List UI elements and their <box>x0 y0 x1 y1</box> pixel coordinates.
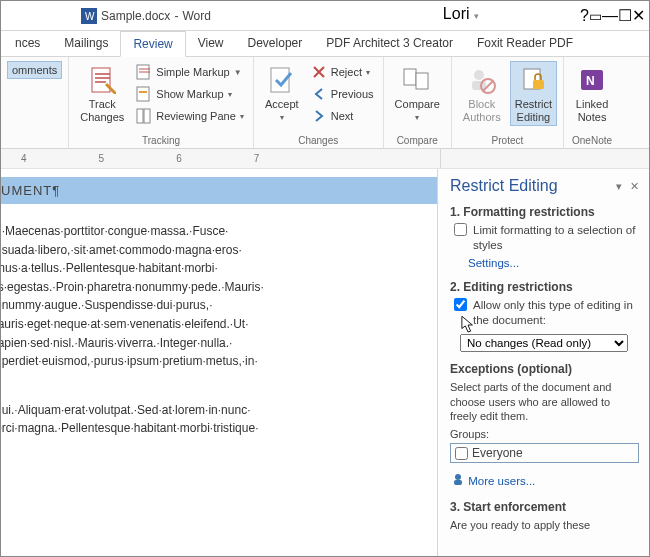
svg-rect-22 <box>454 480 462 485</box>
restrict-editing-panel: Restrict Editing ▾ ✕ 1. Formatting restr… <box>437 169 649 557</box>
restrict-editing-button[interactable]: Restrict Editing <box>510 61 557 126</box>
ribbon: omments Track Changes Simple Markup ▼ <box>1 57 649 149</box>
show-comments-button[interactable]: omments <box>7 61 62 79</box>
formatting-settings-link[interactable]: Settings... <box>468 257 519 269</box>
account-area[interactable]: Lori ▾ <box>443 5 479 23</box>
ribbon-tabs: nces Mailings Review View Developer PDF … <box>1 31 649 57</box>
document-heading: UMENT¶ <box>1 177 437 204</box>
svg-point-21 <box>455 474 461 480</box>
next-label: Next <box>331 110 354 122</box>
svg-rect-18 <box>533 80 544 89</box>
ruler-mark: 5 <box>99 153 105 164</box>
minimize-icon[interactable]: — <box>602 7 618 25</box>
reject-icon <box>311 64 327 80</box>
onenote-icon: N <box>576 64 608 96</box>
compare-button[interactable]: Compare ▾ <box>390 61 445 125</box>
tab-references[interactable]: nces <box>3 31 52 56</box>
tab-foxit[interactable]: Foxit Reader PDF <box>465 31 585 56</box>
reject-label: Reject <box>331 66 362 78</box>
ruler-mark: 7 <box>254 153 260 164</box>
limit-formatting-input[interactable] <box>454 223 467 236</box>
svg-point-13 <box>474 70 484 80</box>
previous-label: Previous <box>331 88 374 100</box>
editing-type-select[interactable]: No changes (Read only) <box>460 334 628 352</box>
groups-box[interactable]: Everyone <box>450 443 639 463</box>
next-icon <box>311 108 327 124</box>
accept-icon <box>266 64 298 96</box>
exceptions-desc: Select parts of the document and choose … <box>450 380 639 425</box>
reviewing-pane-dropdown[interactable]: Reviewing Pane ▾ <box>133 105 247 127</box>
comments-label: omments <box>12 64 57 76</box>
next-button[interactable]: Next <box>308 105 377 127</box>
title-separator: - <box>174 9 178 23</box>
svg-text:N: N <box>586 74 595 88</box>
compare-group-label: Compare <box>390 135 445 146</box>
panel-close-icon[interactable]: ✕ <box>630 180 639 193</box>
allow-editing-checkbox[interactable]: Allow only this type of editing in the d… <box>450 298 639 328</box>
track-changes-button[interactable]: Track Changes <box>75 61 129 126</box>
tab-pdfarchitect[interactable]: PDF Architect 3 Creator <box>314 31 465 56</box>
show-markup-dropdown[interactable]: Show Markup ▾ <box>133 83 247 105</box>
reviewing-pane-icon <box>136 108 152 124</box>
user-name: Lori <box>443 5 470 22</box>
changes-group-label: Changes <box>260 135 377 146</box>
maximize-icon[interactable]: ☐ <box>618 6 632 25</box>
editing-restrictions-heading: 2. Editing restrictions <box>450 280 639 294</box>
user-icon <box>452 473 465 487</box>
ruler-mark: 6 <box>176 153 182 164</box>
previous-icon <box>311 86 327 102</box>
word-icon: W <box>81 8 97 24</box>
markup-icon <box>136 64 152 80</box>
svg-rect-9 <box>144 109 150 123</box>
enforcement-prompt: Are you ready to apply these <box>450 518 639 533</box>
block-authors-label: Block Authors <box>463 98 501 123</box>
window-title: W Sample.docx - Word <box>81 8 211 24</box>
ruler[interactable]: 4 5 6 7 <box>1 149 649 169</box>
exceptions-heading: Exceptions (optional) <box>450 362 639 376</box>
panel-title: Restrict Editing <box>450 177 558 195</box>
groups-label: Groups: <box>450 428 639 440</box>
restrict-editing-icon <box>517 64 549 96</box>
limit-formatting-checkbox[interactable]: Limit formatting to a selection of style… <box>450 223 639 253</box>
previous-button[interactable]: Previous <box>308 83 377 105</box>
track-changes-icon <box>86 64 118 96</box>
svg-text:W: W <box>85 11 95 22</box>
allow-editing-input[interactable] <box>454 298 467 311</box>
accept-button[interactable]: Accept ▾ <box>260 61 304 125</box>
everyone-checkbox[interactable] <box>455 447 468 460</box>
track-changes-label: Track Changes <box>80 98 124 123</box>
document-body-2: dui.·Aliquam·erat·volutpat.·Sed·at·lorem… <box>1 401 437 438</box>
help-icon[interactable]: ? <box>580 7 589 25</box>
svg-rect-12 <box>416 73 428 89</box>
svg-rect-6 <box>137 87 149 101</box>
document-area[interactable]: UMENT¶ t.·Maecenas·porttitor·congue·mass… <box>1 169 437 557</box>
reject-button[interactable]: Reject ▾ <box>308 61 377 83</box>
svg-rect-8 <box>137 109 143 123</box>
tab-view[interactable]: View <box>186 31 236 56</box>
reviewing-pane-label: Reviewing Pane <box>156 110 236 122</box>
block-authors-button: Block Authors <box>458 61 506 126</box>
compare-label: Compare <box>395 98 440 111</box>
panel-options-icon[interactable]: ▾ <box>616 180 622 193</box>
svg-rect-11 <box>404 69 416 85</box>
ribbon-options-icon[interactable]: ▭ <box>589 8 602 24</box>
linked-notes-button[interactable]: N Linked Notes <box>570 61 614 126</box>
limit-formatting-label: Limit formatting to a selection of style… <box>473 223 639 253</box>
app-name: Word <box>182 9 210 23</box>
more-users-label: More users... <box>468 475 535 487</box>
tab-mailings[interactable]: Mailings <box>52 31 120 56</box>
svg-rect-2 <box>92 68 110 92</box>
tab-review[interactable]: Review <box>120 31 185 57</box>
document-body: t.·Maecenas·porttitor·congue·massa.·Fusc… <box>1 222 437 371</box>
more-users-link[interactable]: More users... <box>452 473 535 487</box>
close-icon[interactable]: ✕ <box>632 6 645 25</box>
show-markup-icon <box>136 86 152 102</box>
compare-icon <box>401 64 433 96</box>
tab-developer[interactable]: Developer <box>236 31 315 56</box>
markup-display-dropdown[interactable]: Simple Markup ▼ <box>133 61 247 83</box>
block-authors-icon <box>466 64 498 96</box>
linked-notes-label: Linked Notes <box>576 98 608 123</box>
doc-name: Sample.docx <box>101 9 170 23</box>
svg-rect-14 <box>472 81 486 90</box>
svg-rect-7 <box>139 91 147 93</box>
